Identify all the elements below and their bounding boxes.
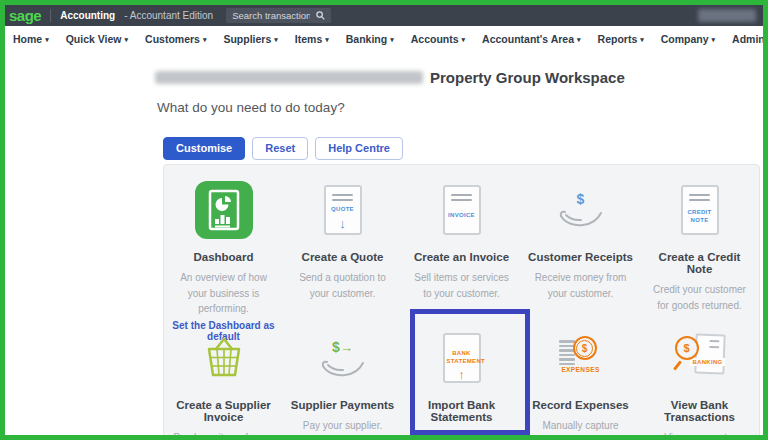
caret-down-icon — [640, 33, 644, 45]
help-centre-button[interactable]: Help Centre — [315, 137, 403, 160]
tile-description: Credit your customer for goods returned. — [647, 282, 752, 313]
tile-view-bank-transactions[interactable]: BANKING $ View Bank Transactions View pa… — [640, 313, 759, 440]
caret-down-icon — [203, 33, 207, 45]
tile-description: View payments, receipts and bank transfe… — [647, 430, 752, 440]
menu-accountants-area[interactable]: Accountant's Area — [482, 33, 580, 45]
tile-title: Import Bank Statements — [409, 399, 514, 423]
tile-record-expenses[interactable]: $ EXPENSES Record Expenses Manually capt… — [521, 313, 640, 440]
tile-description: Import and view bank statement transacti… — [409, 430, 514, 440]
tile-create-quote[interactable]: QUOTE Create a Quote Send a quotation to… — [283, 165, 402, 313]
expenses-icon: $ EXPENSES — [555, 334, 607, 382]
menu-suppliers[interactable]: Suppliers — [223, 33, 277, 45]
tile-title: Record Expenses — [528, 399, 633, 411]
search-input[interactable] — [232, 10, 310, 21]
sage-logo: sage — [9, 7, 41, 24]
arrow-right-icon — [340, 338, 353, 355]
tile-title: Create a Credit Note — [647, 251, 752, 275]
customise-button[interactable]: Customise — [163, 137, 245, 160]
product-name: Accounting — [60, 10, 115, 21]
menu-bar: Home Quick View Customers Suppliers Item… — [5, 26, 763, 51]
page-header: Property Group Workspace — [155, 69, 625, 86]
tile-description: An overview of how your business is perf… — [171, 270, 276, 317]
receive-money-icon: $ — [558, 192, 604, 228]
search-icon[interactable] — [316, 11, 325, 20]
reset-button[interactable]: Reset — [252, 137, 308, 160]
page-title: Property Group Workspace — [430, 69, 625, 86]
invoice-document-icon: INVOICE — [443, 185, 481, 235]
search-box[interactable] — [226, 8, 331, 23]
banking-search-icon: BANKING $ — [673, 332, 727, 384]
tile-title: Create a Supplier Invoice — [171, 399, 276, 423]
tile-title: Supplier Payments — [290, 399, 395, 411]
tile-customer-receipts[interactable]: $ Customer Receipts Receive money from y… — [521, 165, 640, 313]
caret-down-icon — [712, 33, 716, 45]
caret-down-icon — [390, 33, 394, 45]
workspace-toolbar: Customise Reset Help Centre — [163, 137, 403, 160]
app-window: sage Accounting - Accountant Edition Hom… — [0, 0, 768, 440]
menu-banking[interactable]: Banking — [346, 33, 394, 45]
tile-create-invoice[interactable]: INVOICE Create an Invoice Sell items or … — [402, 165, 521, 313]
tile-import-bank-statements[interactable]: BANK STATEMENT Import Bank Statements Im… — [402, 313, 521, 440]
arrow-up-icon — [458, 365, 465, 383]
dashboard-icon — [195, 181, 253, 239]
menu-quick-view[interactable]: Quick View — [66, 33, 128, 45]
tile-create-supplier-invoice[interactable]: Create a Supplier Invoice Purchase items… — [164, 313, 283, 440]
arrow-down-icon — [339, 214, 346, 232]
tile-description: Send a quotation to your customer. — [290, 270, 395, 301]
caret-down-icon — [125, 33, 129, 45]
redacted-user-name — [698, 9, 756, 22]
tile-description: Manually capture expenses into your bank… — [528, 418, 633, 440]
quote-document-icon: QUOTE — [324, 185, 362, 235]
tile-title: Create a Quote — [290, 251, 395, 263]
menu-accounts[interactable]: Accounts — [411, 33, 465, 45]
tile-supplier-payments[interactable]: $ Supplier Payments Pay your supplier. — [283, 313, 402, 440]
menu-items[interactable]: Items — [295, 33, 329, 45]
menu-administration[interactable]: Administration — [732, 33, 768, 45]
tile-title: Create an Invoice — [409, 251, 514, 263]
pay-money-icon: $ — [320, 338, 366, 378]
caret-down-icon — [274, 33, 278, 45]
caret-down-icon — [325, 33, 329, 45]
tile-description: Sell items or services to your customer. — [409, 270, 514, 301]
menu-company[interactable]: Company — [661, 33, 715, 45]
credit-note-document-icon: CREDIT NOTE — [681, 185, 719, 235]
menu-reports[interactable]: Reports — [598, 33, 644, 45]
redacted-company-name — [155, 71, 423, 84]
page-subtitle: What do you need to do today? — [157, 100, 345, 115]
tile-dashboard[interactable]: Dashboard An overview of how your busine… — [164, 165, 283, 313]
menu-customers[interactable]: Customers — [145, 33, 206, 45]
topbar-divider — [50, 9, 51, 22]
menu-home[interactable]: Home — [13, 33, 49, 45]
tile-description: Pay your supplier. — [290, 418, 395, 434]
bank-statement-document-icon: BANK STATEMENT — [443, 333, 481, 383]
basket-icon — [200, 336, 248, 380]
tile-create-credit-note[interactable]: CREDIT NOTE Create a Credit Note Credit … — [640, 165, 759, 313]
tile-title: View Bank Transactions — [647, 399, 752, 423]
top-bar: sage Accounting - Accountant Edition — [5, 5, 763, 26]
tile-title: Customer Receipts — [528, 251, 633, 263]
caret-down-icon — [577, 33, 581, 45]
tile-title: Dashboard — [171, 251, 276, 263]
edition-label: - Accountant Edition — [124, 10, 213, 21]
caret-down-icon — [45, 33, 49, 45]
tile-description: Receive money from your customer. — [528, 270, 633, 301]
tile-description: Purchase items from a supplier. — [171, 430, 276, 440]
caret-down-icon — [462, 33, 466, 45]
shortcut-tiles-panel: Dashboard An overview of how your busine… — [163, 164, 760, 440]
